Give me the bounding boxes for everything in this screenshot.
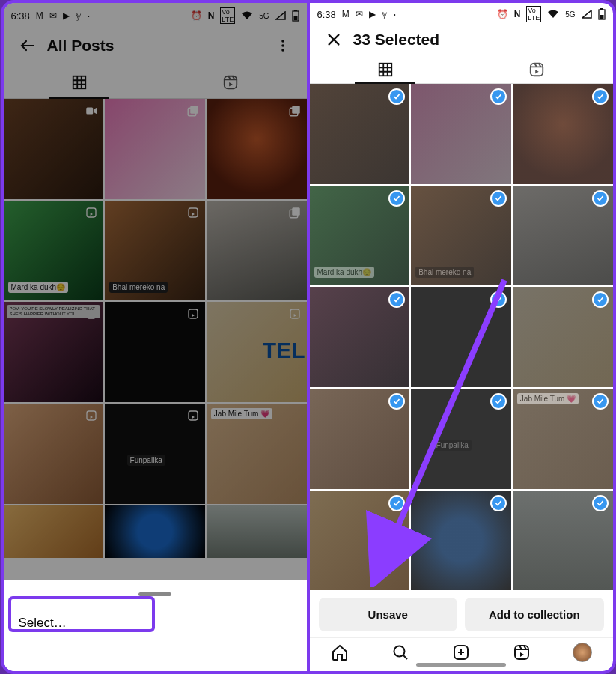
svg-rect-21: [189, 411, 198, 420]
wifi-icon: [547, 10, 559, 19]
post-thumb[interactable]: TEL: [207, 302, 307, 402]
post-thumb[interactable]: [207, 99, 307, 199]
status-bar: 6:38 M ✉ ▶ 𝕪 • ⏰ N VoLTE 5G: [4, 3, 307, 25]
post-thumb[interactable]: Mard ka dukh😔: [4, 201, 104, 301]
nav-home-button[interactable]: [330, 643, 350, 662]
battery-icon: [598, 8, 606, 20]
tab-posts-grid[interactable]: [310, 56, 462, 83]
selected-check-icon: [592, 88, 609, 105]
gmail-icon: M: [342, 9, 350, 19]
selection-actions: Unsave Add to collection: [310, 590, 613, 637]
post-caption: Bhai mereko na: [109, 282, 168, 293]
sheet-drag-handle[interactable]: [138, 592, 171, 596]
svg-point-4: [281, 44, 284, 47]
nav-profile-button[interactable]: [573, 643, 592, 662]
alarm-icon: ⏰: [497, 9, 508, 19]
more-menu-button[interactable]: [268, 31, 298, 61]
home-icon: [331, 643, 349, 661]
post-thumb[interactable]: Jab Mile Tum 💗: [207, 404, 307, 504]
network-5g-label: 5G: [565, 10, 575, 19]
post-thumb[interactable]: [207, 201, 307, 301]
svg-rect-25: [379, 64, 392, 76]
tab-reels[interactable]: [155, 66, 307, 98]
post-thumb-selected[interactable]: Jab Mile Tum 💗: [513, 389, 613, 489]
selection-count-title: 33 Selected: [349, 31, 604, 49]
selected-check-icon: [592, 495, 609, 511]
post-caption: Mard ka dukh😔: [8, 282, 69, 293]
post-thumb[interactable]: [4, 506, 104, 558]
svg-rect-2: [293, 16, 297, 20]
post-thumb-selected[interactable]: [310, 287, 410, 387]
post-thumb[interactable]: [4, 404, 104, 504]
svg-rect-11: [292, 106, 300, 114]
mail-icon: ✉: [49, 10, 57, 21]
content-type-tabs: [4, 66, 307, 99]
svg-rect-26: [531, 64, 543, 76]
select-option[interactable]: Select…: [14, 608, 296, 638]
reel-badge-icon: [186, 306, 201, 321]
selected-check-icon: [388, 495, 405, 511]
post-thumb[interactable]: [4, 99, 104, 199]
post-thumb-selected[interactable]: [411, 84, 511, 184]
selected-check-icon: [388, 190, 405, 207]
svg-point-3: [281, 40, 284, 43]
bottom-sheet[interactable]: Select…: [4, 585, 307, 671]
post-thumb[interactable]: [207, 506, 307, 558]
post-thumb-selected[interactable]: [310, 84, 410, 184]
grid-icon: [71, 74, 88, 91]
nav-create-button[interactable]: [451, 643, 471, 662]
posts-grid-selection[interactable]: Mard ka dukh😔 Bhai mereko na Funpalika J…: [310, 84, 613, 590]
nfc-icon: N: [208, 10, 215, 21]
svg-rect-13: [87, 208, 96, 217]
gesture-nav-handle[interactable]: [416, 663, 506, 667]
post-thumb-selected[interactable]: [411, 491, 511, 591]
svg-rect-15: [292, 207, 300, 216]
nav-search-button[interactable]: [391, 643, 410, 662]
post-caption: Funpalika: [127, 455, 165, 466]
tab-reels[interactable]: [461, 56, 613, 83]
nav-reels-button[interactable]: [512, 643, 531, 662]
post-thumb-selected[interactable]: Funpalika: [411, 389, 511, 489]
reels-icon: [222, 74, 239, 91]
post-thumb-selected[interactable]: [513, 186, 613, 286]
search-icon: [391, 643, 409, 661]
selected-check-icon: [592, 291, 609, 308]
back-button[interactable]: [13, 31, 43, 61]
posts-grid[interactable]: Mard ka dukh😔 Bhai mereko na POV: YOU'RE…: [4, 99, 307, 558]
post-thumb-selected[interactable]: [411, 287, 511, 387]
post-thumb[interactable]: [105, 99, 205, 199]
header: 33 Selected: [310, 22, 613, 56]
twitter-icon: 𝕪: [76, 10, 82, 21]
header: All Posts: [4, 25, 307, 66]
post-thumb-selected[interactable]: [310, 389, 410, 489]
phone-right-selected: 6:38 M ✉ ▶ 𝕪 • ⏰ N VoLTE 5G 33 Se: [310, 3, 613, 671]
post-thumb[interactable]: POV: YOU'RE SLOWLY REALIZING THAT SHE'S …: [4, 302, 104, 402]
gmail-icon: M: [36, 10, 43, 21]
volte-icon: VoLTE: [526, 6, 541, 22]
post-thumb[interactable]: [105, 302, 205, 402]
selected-check-icon: [592, 190, 609, 207]
post-thumb-selected[interactable]: [513, 84, 613, 184]
post-caption: Bhai mereko na: [415, 267, 474, 278]
post-thumb[interactable]: [105, 506, 205, 558]
content-type-tabs: [310, 56, 613, 84]
tab-posts-grid[interactable]: [4, 66, 156, 98]
phone-left-all-posts: 6:38 M ✉ ▶ 𝕪 • ⏰ N VoLTE 5G Al: [4, 3, 307, 671]
unsave-button[interactable]: Unsave: [319, 598, 458, 631]
post-thumb-selected[interactable]: Mard ka dukh😔: [310, 186, 410, 286]
selected-check-icon: [490, 190, 507, 207]
close-button[interactable]: [319, 25, 349, 55]
wifi-icon: [241, 11, 253, 20]
nfc-icon: N: [514, 9, 521, 19]
post-thumb[interactable]: Funpalika: [105, 404, 205, 504]
reels-icon: [528, 61, 545, 78]
volte-icon: VoLTE: [220, 7, 235, 24]
status-time: 6:38: [317, 9, 336, 20]
post-thumb-selected[interactable]: [513, 491, 613, 591]
post-thumb-selected[interactable]: [513, 287, 613, 387]
page-title: All Posts: [43, 37, 268, 55]
add-to-collection-button[interactable]: Add to collection: [465, 598, 604, 631]
post-thumb[interactable]: Bhai mereko na: [105, 201, 205, 301]
post-thumb-selected[interactable]: [310, 491, 410, 591]
post-thumb-selected[interactable]: Bhai mereko na: [411, 186, 511, 286]
